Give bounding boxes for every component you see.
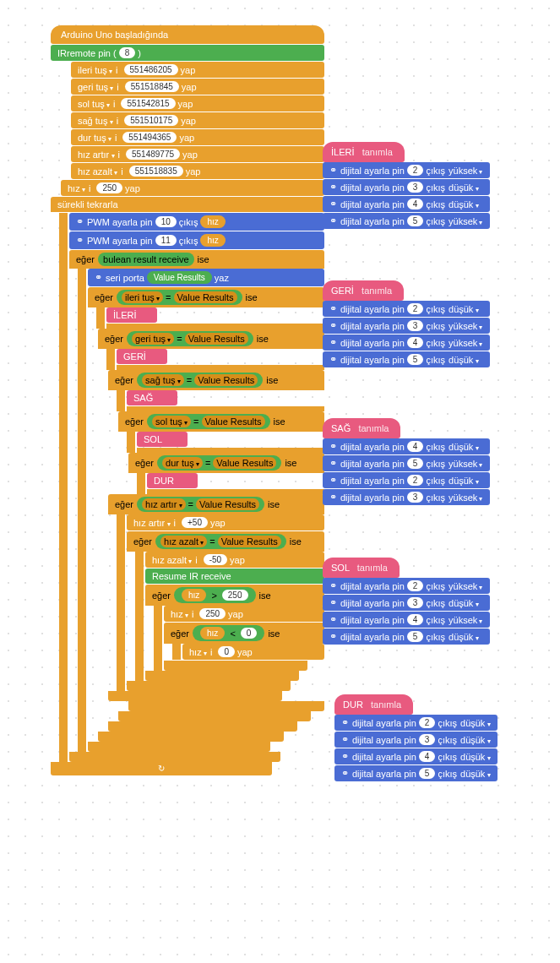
call-block[interactable]: İLERİ <box>106 307 157 323</box>
pwm-pin[interactable]: 10 <box>155 216 177 227</box>
digital-pin-block[interactable]: ⚭dijital ayarla pin4çıkış düşük <box>323 438 490 454</box>
hizartir-vr[interactable]: Value Results <box>199 499 256 509</box>
level-dropdown[interactable]: düşük <box>460 735 491 745</box>
digital-pin-block[interactable]: ⚭dijital ayarla pin4çıkış yüksek <box>323 612 490 628</box>
define-hat[interactable]: SAĞ tanımla <box>323 418 400 438</box>
digital-pin-block[interactable]: ⚭dijital ayarla pin2çıkış düşük <box>323 472 490 488</box>
level-dropdown[interactable]: düşük <box>449 304 479 314</box>
set-var[interactable]: hız artır <box>133 518 171 528</box>
var-value[interactable]: 551489775 <box>126 149 180 160</box>
digital-pin-block[interactable]: ⚭dijital ayarla pin2çıkış yüksek <box>323 578 490 594</box>
pin-num[interactable]: 4 <box>407 614 424 625</box>
pin-num[interactable]: 2 <box>407 303 424 314</box>
if-check[interactable]: eğer sağ tuş = Value Results ise <box>108 370 324 390</box>
limit-lo-val[interactable]: 0 <box>241 628 258 639</box>
hizartir-cond[interactable]: hız artır = Value Results <box>137 497 264 512</box>
check-var[interactable]: ileri tuş <box>125 292 160 302</box>
bulean-cond[interactable]: bulean result receive <box>98 253 194 266</box>
call-block[interactable]: SAĞ <box>127 390 177 405</box>
if-check[interactable]: eğer sol tuş = Value Results ise <box>118 411 324 432</box>
digital-pin-block[interactable]: ⚭dijital ayarla pin3çıkış düşük <box>323 595 490 611</box>
define-hat[interactable]: İLERİ tanımla <box>323 142 405 162</box>
pin-num[interactable]: 5 <box>419 768 436 779</box>
resume-ir[interactable]: Resume IR receive <box>145 569 324 584</box>
pin-num[interactable]: 2 <box>407 475 424 486</box>
pin-num[interactable]: 2 <box>419 717 436 728</box>
level-dropdown[interactable]: düşük <box>449 355 479 365</box>
if-bulean[interactable]: eğer bulean result receive ise <box>69 250 324 269</box>
set-val[interactable]: 250 <box>199 608 226 619</box>
set-limit-hi[interactable]: hız i 250 yap <box>164 606 324 622</box>
irremote-block[interactable]: IRremote pin ( 8 ) <box>51 45 324 61</box>
pin-num[interactable]: 4 <box>407 337 424 348</box>
setvar-block[interactable]: geri tuş i551518845yap <box>71 79 324 95</box>
call-block[interactable]: SOL <box>137 432 188 447</box>
check-vr[interactable]: Value Results <box>188 334 245 344</box>
pin-num[interactable]: 5 <box>407 354 424 365</box>
var-name[interactable]: hız azalt <box>78 166 117 177</box>
pin-num[interactable]: 3 <box>407 182 424 193</box>
define-hat[interactable]: DUR tanımla <box>334 694 413 715</box>
setvar-block[interactable]: sağ tuş i551510175yap <box>71 112 324 128</box>
level-dropdown[interactable]: düşük <box>460 718 491 728</box>
set-hizartir[interactable]: hız artır i +50 yap <box>127 514 324 530</box>
var-name[interactable]: sağ tuş <box>78 116 113 126</box>
forever-block[interactable]: sürekli tekrarla <box>51 197 324 212</box>
level-dropdown[interactable]: yüksek <box>449 615 482 625</box>
if-check[interactable]: eğer dur tuş = Value Results ise <box>128 453 324 473</box>
var-value[interactable]: 551518845 <box>125 81 179 92</box>
digital-pin-block[interactable]: ⚭dijital ayarla pin4çıkış düşük <box>334 748 497 764</box>
var-name[interactable]: dur tuş <box>78 133 111 143</box>
digital-pin-block[interactable]: ⚭dijital ayarla pin3çıkış yüksek <box>323 318 490 334</box>
set-val[interactable]: +50 <box>182 517 208 528</box>
level-dropdown[interactable]: yüksek <box>449 166 482 176</box>
var-name[interactable]: sol tuş <box>78 99 110 109</box>
var-name[interactable]: hız <box>68 183 85 193</box>
if-hizazalt[interactable]: eğer hız azalt = Value Results ise <box>127 531 324 552</box>
check-var[interactable]: dur tuş <box>166 458 199 468</box>
setvar-block[interactable]: dur tuş i551494365yap <box>71 129 324 145</box>
call-block[interactable]: DUR <box>147 473 198 488</box>
if-limit-lo[interactable]: eğer hız < 0 ise <box>164 623 324 644</box>
check-var[interactable]: sol tuş <box>155 416 188 427</box>
setvar-block[interactable]: sol tuş i551542815yap <box>71 95 324 112</box>
serial-var[interactable]: Value Results <box>147 271 212 284</box>
pin-num[interactable]: 2 <box>407 165 424 176</box>
digital-pin-block[interactable]: ⚭dijital ayarla pin5çıkış yüksek <box>323 213 490 229</box>
hizazalt-vr[interactable]: Value Results <box>221 536 278 547</box>
pin-num[interactable]: 5 <box>407 631 424 642</box>
level-dropdown[interactable]: düşük <box>449 598 479 608</box>
level-dropdown[interactable]: düşük <box>449 442 479 452</box>
call-block[interactable]: GERİ <box>117 349 167 364</box>
check-cond[interactable]: ileri tuş = Value Results <box>117 290 242 305</box>
serial-block[interactable]: ⚭ seri porta Value Results yaz <box>88 269 324 286</box>
set-val[interactable]: 0 <box>218 646 235 657</box>
if-hizartir[interactable]: eğer hız artır = Value Results ise <box>108 494 324 514</box>
digital-pin-block[interactable]: ⚭dijital ayarla pin3çıkış yüksek <box>323 489 490 505</box>
define-hat[interactable]: GERİ tanımla <box>323 280 404 301</box>
digital-pin-block[interactable]: ⚭dijital ayarla pin4çıkış yüksek <box>323 335 490 351</box>
level-dropdown[interactable]: yüksek <box>449 459 482 469</box>
setvar-block[interactable]: hız azalt i551518835yap <box>71 163 324 179</box>
pin-num[interactable]: 3 <box>419 734 436 745</box>
pwm-block[interactable]: ⚭PWM ayarla pin10çıkışhız <box>69 213 324 231</box>
check-cond[interactable]: sol tuş = Value Results <box>147 414 270 429</box>
hizazalt-var[interactable]: hız azalt <box>164 536 204 547</box>
var-name[interactable]: hız artır <box>78 150 115 160</box>
var-name[interactable]: ileri tuş <box>78 65 112 75</box>
var-value[interactable]: 551486205 <box>124 64 178 75</box>
pwm-var[interactable]: hız <box>200 234 225 247</box>
digital-pin-block[interactable]: ⚭dijital ayarla pin2çıkış düşük <box>323 301 490 317</box>
set-var[interactable]: hız azalt <box>152 555 192 565</box>
pin-num[interactable]: 3 <box>407 492 424 503</box>
setvar-block[interactable]: hız i250yap <box>61 180 324 196</box>
set-var[interactable]: hız <box>171 609 188 619</box>
limit-hi-cond[interactable]: hız > 250 <box>174 587 255 603</box>
pwm-block[interactable]: ⚭PWM ayarla pin11çıkışhız <box>69 231 324 249</box>
if-check[interactable]: eğer ileri tuş = Value Results ise <box>88 287 324 307</box>
pin-num[interactable]: 4 <box>419 751 436 762</box>
level-dropdown[interactable]: yüksek <box>449 492 482 503</box>
define-hat[interactable]: SOL tanımla <box>323 558 400 578</box>
if-limit-hi[interactable]: eğer hız > 250 ise <box>145 585 324 606</box>
hizartir-var[interactable]: hız artır <box>145 499 182 509</box>
